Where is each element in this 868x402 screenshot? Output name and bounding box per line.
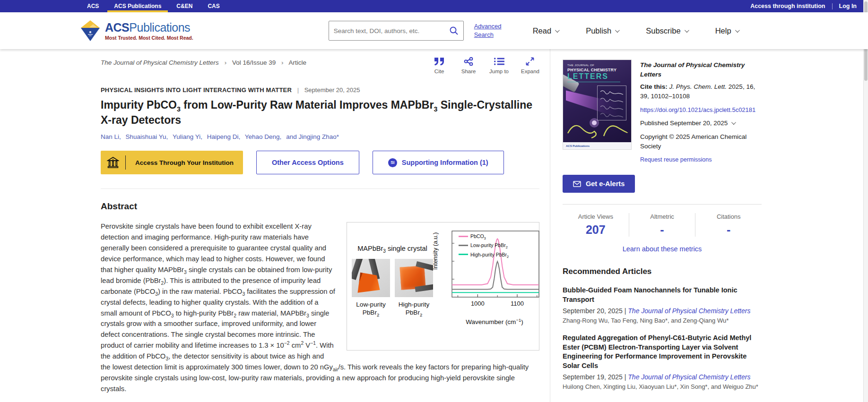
- search-box[interactable]: [329, 21, 464, 41]
- citation-line: Cite this: J. Phys. Chem. Lett. 2025, 16…: [640, 82, 762, 102]
- institution-building-icon: [107, 156, 119, 169]
- article-category-row: PHYSICAL INSIGHTS INTO LIGHT INTERACTING…: [101, 86, 539, 94]
- recommended-journal-link[interactable]: The Journal of Physical Chemistry Letter…: [628, 373, 750, 381]
- top-tab-cen[interactable]: C&EN: [170, 0, 199, 12]
- article-sidebar: THE JOURNAL OF PHYSICAL CHEMISTRY LETTER…: [550, 49, 766, 402]
- logo-tagline: Most Trusted. Most Cited. Most Read.: [105, 35, 193, 41]
- breadcrumb-journal-link[interactable]: The Journal of Physical Chemistry Letter…: [101, 59, 219, 66]
- citation-panel: The Journal of Physical Chemistry Letter…: [640, 60, 762, 164]
- legend-entry-low-purity: Low-purity PbBr2: [459, 241, 509, 249]
- legend-entry-pbco3: PbCO3: [459, 232, 509, 240]
- doi-link[interactable]: https://doi.org/10.1021/acs.jpclett.5c02…: [640, 105, 762, 115]
- virtual-issue-link[interactable]: PHYSICAL INSIGHTS INTO LIGHT INTERACTING…: [101, 86, 292, 94]
- cover-title-line1: THE JOURNAL OF: [567, 64, 594, 67]
- topbar-divider: [832, 3, 833, 9]
- recommended-article-meta: September 20, 2025 | The Journal of Phys…: [563, 307, 762, 315]
- cover-footer: ACS Publications: [563, 142, 631, 149]
- publication-date: September 20, 2025: [304, 86, 360, 94]
- chart-x-axis-label: Wavenumber (cm−1): [448, 317, 541, 327]
- recommended-article-meta: September 19, 2025 | The Journal of Phys…: [563, 373, 762, 381]
- share-button[interactable]: Share: [460, 57, 477, 74]
- recommended-article-title[interactable]: Bubble-Guided Foam Nanochannels for Tuna…: [563, 286, 762, 304]
- recommended-journal-link[interactable]: The Journal of Physical Chemistry Letter…: [628, 307, 750, 315]
- nav-read[interactable]: Read: [533, 26, 558, 35]
- author-link[interactable]: Shuaishuai Yu,: [126, 133, 168, 140]
- recommended-articles-heading: Recommended Articles: [563, 267, 762, 276]
- top-nav-bar: ACS ACS Publications C&EN CAS Access thr…: [0, 0, 868, 12]
- journal-cover-image[interactable]: THE JOURNAL OF PHYSICAL CHEMISTRY LETTER…: [563, 60, 632, 150]
- breadcrumb-current: Article: [289, 59, 307, 66]
- learn-about-metrics-link[interactable]: Learn about these metrics: [563, 245, 762, 253]
- author-list: Nan Li, Shuaishuai Yu, Yuliang Yi, Haipe…: [101, 133, 539, 140]
- breadcrumb: The Journal of Physical Chemistry Letter…: [101, 57, 306, 66]
- nav-help[interactable]: Help: [715, 26, 738, 35]
- top-tab-acs[interactable]: ACS: [80, 0, 105, 12]
- breadcrumb-separator: ›: [225, 59, 227, 66]
- published-date-row[interactable]: Published September 20, 2025: [640, 119, 762, 128]
- author-link[interactable]: Haipeng Di,: [207, 133, 241, 140]
- article-title: Impurity PbCO3 from Low-Purity Raw Mater…: [101, 98, 539, 127]
- chevron-down-icon: [735, 28, 740, 33]
- nav-publish[interactable]: Publish: [586, 26, 618, 35]
- recommended-article-authors: Huilong Chen, Xingting Liu, Xiaoyuan Liu…: [563, 383, 762, 390]
- supporting-information-button[interactable]: SI Supporting Information (1): [373, 151, 504, 174]
- si-badge-icon: SI: [388, 158, 397, 167]
- login-link[interactable]: Log In: [839, 3, 857, 9]
- legend-entry-high-purity: High-purity PbBr2: [459, 251, 509, 258]
- get-e-alerts-button[interactable]: Get e-Alerts: [563, 175, 635, 193]
- high-purity-crystal-photo: [395, 259, 433, 297]
- recommended-article: Regulated Aggregation of Phenyl-C61-Buty…: [563, 334, 762, 390]
- envelope-icon: [573, 181, 581, 187]
- cover-protein-ribbons: [563, 105, 631, 143]
- author-link[interactable]: and Jingjing Zhao*: [286, 133, 339, 140]
- graphical-abstract-figure[interactable]: MAPbBr3 single crystal: [347, 222, 539, 351]
- advanced-search-link[interactable]: Advanced Search: [474, 22, 507, 39]
- browser-scrollbar[interactable]: [863, 0, 868, 402]
- top-tab-cas[interactable]: CAS: [201, 0, 226, 12]
- jump-to-button[interactable]: Jump to: [489, 57, 509, 74]
- author-link[interactable]: Nan Li,: [101, 133, 121, 140]
- other-access-options-button[interactable]: Other Access Options: [256, 151, 359, 174]
- search-icon[interactable]: [449, 26, 459, 35]
- breadcrumb-issue-link[interactable]: Vol 16/Issue 39: [232, 59, 276, 66]
- metric-article-views: Article Views 207: [563, 213, 629, 237]
- top-tab-acs-publications[interactable]: ACS Publications: [107, 0, 168, 12]
- cite-button[interactable]: Cite: [431, 57, 448, 74]
- abstract-heading: Abstract: [101, 201, 539, 212]
- recommended-article-title[interactable]: Regulated Aggregation of Phenyl-C61-Buty…: [563, 334, 762, 370]
- access-options-row: Access Through Your Institution Other Ac…: [101, 151, 539, 174]
- access-through-institution-link[interactable]: Access through institution: [750, 3, 825, 9]
- author-link[interactable]: Yehao Deng,: [245, 133, 282, 140]
- acs-publications-logo[interactable]: ACSPublications Most Trusted. Most Cited…: [80, 20, 193, 42]
- metric-citations: Citations -: [695, 213, 762, 237]
- request-reuse-permissions-link[interactable]: Request reuse permissions: [640, 155, 762, 164]
- article-main-column: The Journal of Physical Chemistry Letter…: [101, 49, 539, 402]
- cite-quote-icon: [434, 57, 445, 66]
- access-through-institution-button[interactable]: Access Through Your Institution: [101, 151, 243, 174]
- chevron-down-icon: [731, 120, 736, 125]
- acs-diamond-logo-icon: [80, 20, 100, 42]
- chevron-down-icon: [685, 28, 689, 33]
- expand-button[interactable]: Expand: [521, 57, 539, 74]
- low-purity-crystal-photo: [352, 259, 390, 297]
- logo-wordmark: ACSPublications: [105, 21, 193, 34]
- legend-swatch: [459, 236, 468, 237]
- primary-nav: Read Publish Subscribe Help: [533, 26, 738, 35]
- jump-to-list-icon: [494, 57, 505, 66]
- high-purity-label: High-purity PbBr2: [395, 301, 433, 317]
- search-input[interactable]: [334, 27, 449, 34]
- share-icon: [463, 57, 474, 66]
- chart-y-axis-label: Intensity (a.u.): [431, 232, 440, 270]
- expand-arrows-icon: [525, 57, 535, 66]
- chevron-down-icon: [615, 28, 620, 33]
- abstract-section: Abstract MAPbBr3 single crystal: [101, 188, 539, 394]
- nav-subscribe[interactable]: Subscribe: [646, 26, 687, 35]
- svg-text:1000: 1000: [471, 300, 485, 307]
- journal-name[interactable]: The Journal of Physical Chemistry Letter…: [640, 60, 762, 80]
- author-link[interactable]: Yuliang Yi,: [173, 133, 202, 140]
- chart-legend: PbCO3 Low-purity PbBr2 High-purity PbBr2: [459, 232, 509, 258]
- chevron-down-icon: [555, 28, 560, 33]
- recommended-article-authors: Zhang-Rong Wu, Tao Feng, Ning Bao*, and …: [563, 317, 762, 324]
- article-action-toolbar: Cite Share: [431, 57, 539, 74]
- breadcrumb-separator: ›: [281, 59, 284, 66]
